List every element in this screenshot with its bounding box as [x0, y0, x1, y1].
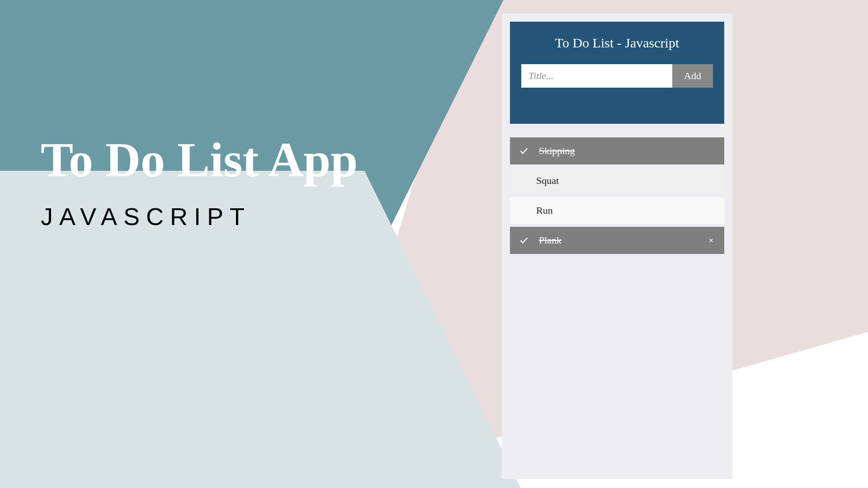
check-icon [518, 145, 530, 157]
todo-text: Run [518, 205, 716, 216]
delete-button[interactable]: × [706, 236, 716, 245]
todo-item[interactable]: Skipping [510, 137, 724, 164]
todo-list: SkippingSquatRunPlank× [510, 137, 724, 254]
todo-app-panel: To Do List - Javascript Add SkippingSqua… [502, 14, 732, 479]
hero-section: To Do List App JAVASCRIPT [41, 136, 358, 230]
todo-text: Skipping [536, 145, 716, 157]
todo-item[interactable]: Run [510, 197, 724, 224]
add-button[interactable]: Add [672, 64, 713, 88]
input-row: Add [521, 64, 713, 88]
title-input[interactable] [521, 64, 672, 88]
todo-text: Squat [518, 175, 716, 187]
hero-title: To Do List App [41, 136, 358, 184]
hero-subtitle: JAVASCRIPT [41, 202, 358, 230]
todo-text: Plank [536, 235, 706, 246]
check-icon [518, 235, 530, 246]
app-title: To Do List - Javascript [521, 35, 713, 51]
todo-item[interactable]: Plank× [510, 227, 724, 254]
app-header: To Do List - Javascript Add [510, 22, 724, 124]
todo-item[interactable]: Squat [510, 167, 724, 194]
